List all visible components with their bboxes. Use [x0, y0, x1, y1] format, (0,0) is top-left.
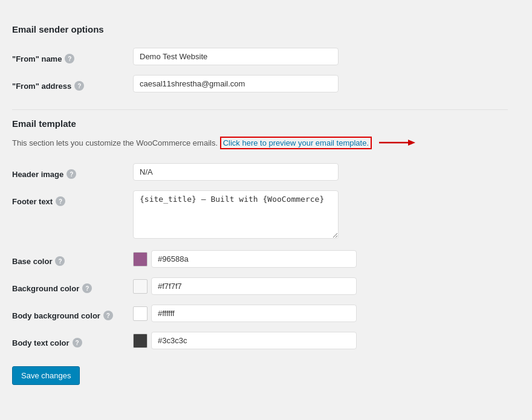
- from-name-field-wrapper: [133, 48, 508, 65]
- header-image-label: Header image ?: [12, 164, 133, 179]
- template-description-row: This section lets you customize the WooC…: [12, 137, 508, 150]
- from-address-label: "From" address ?: [12, 76, 133, 91]
- email-template-title: Email template: [12, 118, 508, 129]
- background-color-input[interactable]: [151, 277, 357, 295]
- footer-text-input[interactable]: {site_title} — Built with {WooCommerce}: [133, 190, 339, 239]
- body-background-color-swatch[interactable]: [133, 306, 148, 321]
- base-color-swatch[interactable]: [133, 252, 148, 267]
- from-address-help-icon[interactable]: ?: [74, 81, 84, 91]
- base-color-label: Base color ?: [12, 251, 133, 266]
- body-background-color-input[interactable]: [151, 305, 357, 322]
- from-name-input[interactable]: [133, 48, 339, 65]
- body-text-color-swatch[interactable]: [133, 334, 148, 348]
- template-description-text: This section lets you customize the WooC…: [12, 138, 218, 147]
- background-color-swatch[interactable]: [133, 279, 148, 294]
- save-changes-button[interactable]: Save changes: [12, 366, 80, 385]
- header-image-input[interactable]: [133, 163, 339, 181]
- settings-page: Email sender options "From" name ? "From…: [6, 12, 520, 403]
- header-image-help-icon[interactable]: ?: [66, 169, 76, 179]
- preview-template-link[interactable]: Click here to preview your email templat…: [220, 137, 372, 149]
- base-color-help-icon[interactable]: ?: [55, 256, 65, 266]
- body-background-color-help-icon[interactable]: ?: [103, 311, 113, 320]
- from-name-row: "From" name ?: [12, 43, 508, 70]
- background-color-help-icon[interactable]: ?: [82, 283, 92, 293]
- from-name-help-icon[interactable]: ?: [65, 54, 74, 63]
- body-text-color-input[interactable]: [151, 332, 357, 349]
- base-color-input[interactable]: [151, 250, 357, 268]
- body-background-color-field: [133, 305, 508, 322]
- background-color-field: [133, 277, 508, 295]
- body-text-color-field: [133, 332, 508, 349]
- footer-text-label: Footer text ?: [12, 192, 133, 206]
- email-sender-title: Email sender options: [12, 24, 508, 34]
- body-text-color-help-icon[interactable]: ?: [73, 338, 82, 347]
- background-color-label: Background color ?: [12, 279, 133, 293]
- body-text-color-label: Body text color ?: [12, 333, 133, 347]
- base-color-row: Base color ?: [12, 245, 508, 273]
- from-address-row: "From" address ?: [12, 70, 508, 97]
- footer-text-help-icon[interactable]: ?: [56, 196, 65, 206]
- body-text-color-row: Body text color ?: [12, 327, 508, 354]
- from-address-input[interactable]: [133, 75, 339, 92]
- email-sender-table: "From" name ? "From" address ?: [12, 43, 508, 97]
- background-color-row: Background color ?: [12, 273, 508, 300]
- body-background-color-row: Body background color ?: [12, 300, 508, 327]
- body-background-color-label: Body background color ?: [12, 306, 133, 320]
- arrow-icon: [379, 137, 415, 150]
- footer-text-row: Footer text ? {site_title} — Built with …: [12, 186, 508, 245]
- section-divider: [12, 109, 508, 110]
- base-color-field: [133, 250, 508, 268]
- email-template-table: Header image ? Footer text ? {site_title…: [12, 158, 508, 354]
- header-image-row: Header image ?: [12, 158, 508, 186]
- from-name-label: "From" name ?: [12, 49, 133, 63]
- svg-marker-1: [408, 140, 415, 146]
- from-address-field-wrapper: [133, 75, 508, 92]
